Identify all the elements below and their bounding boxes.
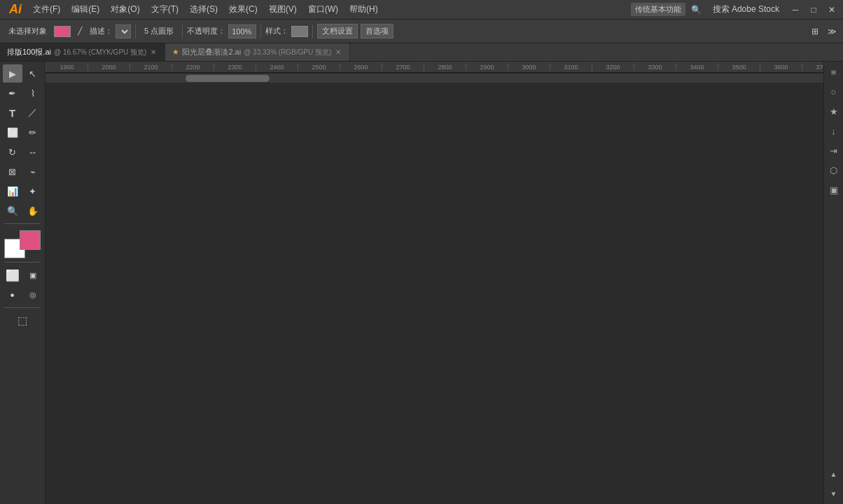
direct-select-tool[interactable]: ↖ [23, 64, 43, 83]
opacity-label: 不透明度： [187, 26, 225, 36]
freeform-tool[interactable]: ⌇ [23, 84, 43, 102]
ruler-tick-2400: 2400 [256, 64, 298, 71]
menu-object[interactable]: 对象(O) [106, 2, 144, 17]
menu-window[interactable]: 窗口(W) [303, 2, 343, 17]
style-swatch[interactable] [291, 26, 308, 37]
doc-settings-button[interactable]: 文档设置 [317, 24, 358, 38]
menu-text[interactable]: 文字(T) [146, 2, 183, 17]
paintbrush-tool[interactable]: ✏ [23, 123, 43, 141]
ruler-horizontal: 1900 2000 2100 2200 2300 2400 2500 2600 … [46, 62, 823, 73]
select-tool[interactable]: ▶ [3, 64, 22, 83]
gradient-btn[interactable]: ▣ [23, 266, 43, 284]
tab-file-1[interactable]: 排版100报.ai @ 16.67% (CMYK/GPU 预览) ✕ [0, 43, 165, 61]
warp-tool[interactable]: ⌁ [23, 162, 43, 181]
ruler-tick-2900: 2900 [466, 64, 508, 71]
tab-file-2-name: 阳光层叠渐淡2.ai [182, 47, 241, 57]
close-icon[interactable]: ✕ [825, 3, 839, 17]
preferences-button[interactable]: 首选项 [361, 24, 393, 38]
menu-edit[interactable]: 编辑(E) [67, 2, 104, 17]
right-btn-scroll-up[interactable]: ▲ [826, 466, 842, 482]
rotate-tool[interactable]: ↻ [3, 143, 22, 161]
menu-view[interactable]: 视图(V) [264, 2, 302, 17]
foreground-swatch[interactable] [20, 230, 41, 250]
menu-file[interactable]: 文件(F) [28, 2, 65, 17]
arrange-icon[interactable]: ⊞ [808, 24, 822, 38]
search-stock-icon[interactable]: 🔍 [690, 3, 704, 17]
tool-row-extra: ● ◎ [3, 286, 43, 304]
tool-sep-2 [4, 262, 41, 262]
right-btn-swatches[interactable]: ⬡ [826, 162, 842, 178]
minimize-icon[interactable]: ─ [788, 3, 802, 17]
stroke-icon[interactable]: ╱ [74, 25, 87, 37]
tool-row-8: 🔍 ✋ [3, 202, 43, 220]
right-btn-grid[interactable]: ▣ [826, 182, 842, 197]
tab-file-2-close[interactable]: ✕ [334, 48, 342, 56]
opacity-input[interactable] [228, 24, 256, 38]
extra-1[interactable]: ● [3, 286, 22, 304]
main-layout: ▶ ↖ ✒ ⌇ T ／ ⬜ ✏ ↻ ↔ ⊠ ⌁ 📊 ✦ 🔍 ✋ [0, 62, 843, 504]
tab-file-1-name: 排版100报.ai [7, 47, 51, 57]
menu-help[interactable]: 帮助(H) [344, 2, 383, 17]
ruler-tick-3700: 3700 [802, 64, 823, 71]
tab-file-1-zoom: @ 16.67% (CMYK/GPU 预览) [54, 48, 146, 57]
toggle-icon[interactable]: ≫ [825, 24, 839, 38]
pen-tool[interactable]: ✒ [3, 84, 22, 102]
extra-2[interactable]: ◎ [23, 286, 43, 304]
style-label: 样式： [265, 26, 288, 36]
tool-row-color-mode: ⬜ ▣ [3, 266, 43, 284]
menu-effect[interactable]: 效果(C) [224, 2, 263, 17]
right-btn-properties[interactable]: ○ [826, 84, 842, 99]
right-btn-libraries[interactable]: ★ [826, 104, 842, 119]
menu-bar: Ai 文件(F) 编辑(E) 对象(O) 文字(T) 选择(S) 效果(C) 视… [0, 0, 843, 20]
ruler-tick-2100: 2100 [130, 64, 172, 71]
no-selection-text: 未选择对象 [8, 26, 47, 36]
tab-bar: 排版100报.ai @ 16.67% (CMYK/GPU 预览) ✕ ★ 阳光层… [0, 43, 843, 62]
sep2 [182, 24, 183, 38]
tool-row-3: T ／ [3, 104, 43, 122]
menu-select[interactable]: 选择(S) [185, 2, 223, 17]
graph-tool[interactable]: 📊 [3, 182, 22, 200]
symbol-tool[interactable]: ✦ [23, 182, 43, 200]
search-stock-label[interactable]: 搜索 Adobe Stock [708, 2, 784, 17]
right-btn-expand-down[interactable]: ↓ [826, 123, 842, 139]
toolbar: 未选择对象 ╱ 描述： 5 点圆形 不透明度： 样式： 文档设置 首选项 ⊞ ≫ [0, 20, 843, 43]
line-tool[interactable]: ／ [23, 104, 43, 122]
desc-select[interactable] [116, 24, 131, 38]
ruler-tick-2600: 2600 [340, 64, 382, 71]
right-btn-scroll-down[interactable]: ▼ [826, 486, 842, 501]
zoom-tool[interactable]: 🔍 [3, 202, 22, 220]
ruler-tick-3300: 3300 [634, 64, 676, 71]
tab-file-2-zoom: @ 33.33% (RGB/GPU 预览) [244, 48, 331, 57]
color-swatches [4, 230, 41, 258]
tab-file-2-indicator: ★ [172, 48, 179, 57]
ruler-tick-3100: 3100 [550, 64, 592, 71]
app-logo: Ai [4, 0, 27, 20]
tool-row-6: ⊠ ⌁ [3, 162, 43, 181]
rect-tool[interactable]: ⬜ [3, 123, 22, 141]
left-tools-panel: ▶ ↖ ✒ ⌇ T ／ ⬜ ✏ ↻ ↔ ⊠ ⌁ 📊 ✦ 🔍 ✋ [0, 62, 46, 504]
tool-sep-3 [4, 307, 41, 308]
h-scrollbar-thumb[interactable] [186, 75, 270, 82]
ruler-tick-3600: 3600 [760, 64, 802, 71]
ruler-tick-1900: 1900 [46, 64, 88, 71]
none-color-btn[interactable]: ⬜ [3, 266, 22, 284]
ruler-tick-3500: 3500 [718, 64, 760, 71]
tab-file-1-close[interactable]: ✕ [149, 48, 158, 56]
hand-tool[interactable]: ✋ [23, 202, 43, 220]
tool-row-4: ⬜ ✏ [3, 123, 43, 141]
shape-label: 5 点圆形 [140, 24, 178, 38]
artboard-tool[interactable]: ⬚ [13, 312, 32, 330]
width-tool[interactable]: ⊠ [3, 162, 22, 181]
right-btn-collapse[interactable]: ⇥ [826, 143, 842, 158]
type-tool[interactable]: T [3, 104, 22, 122]
ruler-h-numbers: 1900 2000 2100 2200 2300 2400 2500 2600 … [46, 64, 823, 71]
workspace-selector[interactable]: 传统基本功能 [631, 3, 685, 16]
maximize-icon[interactable]: □ [807, 3, 821, 17]
fill-color-swatch[interactable] [54, 26, 71, 37]
ruler-tick-3200: 3200 [592, 64, 634, 71]
right-btn-layers[interactable]: ≡ [826, 64, 842, 80]
desc-label: 描述： [90, 26, 113, 36]
h-scrollbar[interactable] [46, 73, 823, 83]
tab-file-2[interactable]: ★ 阳光层叠渐淡2.ai @ 33.33% (RGB/GPU 预览) ✕ [165, 43, 350, 61]
mirror-tool[interactable]: ↔ [23, 143, 43, 161]
